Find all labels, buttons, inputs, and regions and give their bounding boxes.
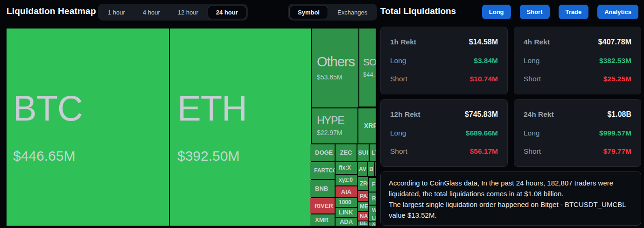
- card-row: 24h Rekt$1.08B: [524, 110, 631, 119]
- card-period-label: 12h Rekt: [390, 110, 420, 119]
- rekt-stats-cards: 1h Rekt$14.58MLong$3.84MShort$10.74M4h R…: [380, 27, 641, 167]
- treemap-cell-symbol: ETH: [177, 90, 311, 127]
- treemap-cell-symbol: flx:X: [339, 165, 357, 171]
- treemap-cell-symbol: ZRO: [360, 181, 368, 186]
- time-tab-24-hour[interactable]: 24 hour: [208, 6, 246, 19]
- treemap-cell-av[interactable]: AV: [358, 162, 367, 176]
- treemap-cell-symbol: BNB: [315, 185, 335, 192]
- treemap-cell-aia[interactable]: AIA: [336, 186, 357, 197]
- treemap-cell-fartcoi[interactable]: FARTCOI: [310, 162, 335, 179]
- treemap-cell-symbol: HYPE: [317, 115, 357, 126]
- card-total-value: $1.08B: [607, 110, 631, 119]
- treemap-cell-link[interactable]: LINK: [336, 208, 357, 217]
- card-short-value: $79.77M: [603, 147, 631, 156]
- card-short-value: $56.17M: [470, 147, 498, 156]
- treemap-cell-value: $22.97M: [317, 129, 357, 136]
- card-total-value: $14.58M: [469, 38, 498, 46]
- treemap-cell-sol[interactable]: SOL$44.: [359, 28, 376, 107]
- action-button-trade[interactable]: Trade: [559, 5, 589, 19]
- treemap-cell-ltc[interactable]: LTC: [370, 144, 376, 161]
- treemap-cell-symbol: LTC: [371, 150, 376, 156]
- summary-line-2: The largest single liquidation order hap…: [389, 200, 633, 221]
- action-button-analytics[interactable]: Analytics: [597, 5, 638, 19]
- mode-tab-exchanges[interactable]: Exchanges: [329, 6, 376, 19]
- card-row: 12h Rekt$745.83M: [390, 110, 498, 119]
- treemap-cell-symbol: Others: [317, 55, 358, 69]
- treemap-cell-pax[interactable]: PAX: [358, 191, 368, 201]
- time-tab-12-hour[interactable]: 12 hour: [169, 6, 207, 19]
- treemap-cell-b[interactable]: B: [368, 162, 374, 176]
- treemap-cell-others[interactable]: Others$53.65M: [312, 28, 358, 107]
- treemap-cell-1000[interactable]: 1000: [336, 198, 357, 207]
- rekt-card-24h-rekt: 24h Rekt$1.08BLong$999.57MShort$79.77M: [514, 99, 641, 167]
- treemap-cell-symbol: FARTCOI: [314, 168, 335, 173]
- card-period-label: 4h Rekt: [524, 38, 550, 46]
- treemap-cell-symbol: LINK: [339, 209, 357, 215]
- treemap-cell-sui[interactable]: SUI: [357, 144, 369, 161]
- card-row: 1h Rekt$14.58M: [390, 38, 498, 46]
- treemap-cell-cell[interactable]: [375, 162, 376, 176]
- treemap-cell-value: $446.65M: [13, 148, 169, 164]
- action-buttons: LongShortTradeAnalytics: [482, 5, 638, 19]
- treemap-cell-r[interactable]: R: [369, 192, 376, 205]
- time-tab-1-hour[interactable]: 1 hour: [99, 6, 133, 19]
- treemap-cell-symbol: XRP: [364, 122, 376, 129]
- card-long-value: $999.57M: [599, 129, 631, 137]
- action-button-short[interactable]: Short: [520, 5, 550, 19]
- treemap-cell-zro[interactable]: ZRO: [358, 177, 368, 190]
- card-short-label: Short: [524, 147, 541, 156]
- treemap-cell-li[interactable]: LI: [369, 215, 376, 221]
- card-period-label: 1h Rekt: [390, 38, 416, 46]
- time-tab-4-hour[interactable]: 4 hour: [134, 6, 168, 19]
- treemap-cell-xmr[interactable]: XMR: [310, 214, 335, 226]
- treemap-cell-symbol: RIVER: [315, 203, 335, 209]
- summary-panel: According to CoinGlass data, In the past…: [380, 171, 641, 226]
- treemap-cell-symbol: LI: [372, 215, 376, 221]
- treemap-cell-symbol: XMR: [315, 217, 335, 223]
- treemap-cell-doge[interactable]: DOGE: [310, 144, 335, 161]
- treemap-cell-symbol: NAO: [360, 214, 368, 219]
- treemap-cell-symbol: PAX: [360, 193, 368, 199]
- card-row: Short$10.74M: [390, 75, 498, 83]
- treemap-cell-value: $392.50M: [177, 148, 311, 164]
- treemap-cell-symbol: xyz:0: [339, 177, 357, 183]
- card-short-label: Short: [390, 147, 407, 156]
- treemap-cell-ber[interactable]: BER: [358, 221, 368, 226]
- treemap-cell-bnb[interactable]: BNB: [310, 180, 335, 197]
- treemap-cell-flx-x[interactable]: flx:X: [336, 162, 357, 174]
- treemap-cell-zec[interactable]: ZEC: [336, 144, 357, 161]
- treemap-cell-ada[interactable]: ADA: [336, 218, 357, 226]
- treemap-cell-btc[interactable]: BTC$446.65M: [7, 28, 169, 226]
- mode-tab-symbol[interactable]: Symbol: [289, 6, 328, 19]
- symbol-exchanges-toggle: SymbolExchanges: [288, 4, 377, 21]
- treemap-cell-symbol: BTC: [13, 90, 169, 127]
- summary-line-1: According to CoinGlass data, In the past…: [389, 178, 633, 200]
- action-button-long[interactable]: Long: [482, 5, 511, 19]
- card-long-value: $3.84M: [474, 57, 498, 65]
- treemap-cell-symbol: B: [369, 166, 373, 172]
- card-row: Long$999.57M: [524, 129, 631, 137]
- card-row: Long$689.66M: [390, 129, 498, 137]
- treemap-cell-symbol: ZEC: [340, 150, 352, 156]
- treemap-cell-mei[interactable]: MEI: [358, 202, 368, 211]
- treemap-cell-xyz-0[interactable]: xyz:0: [336, 175, 357, 185]
- card-row: Short$79.77M: [524, 147, 631, 156]
- rekt-card-1h-rekt: 1h Rekt$14.58MLong$3.84MShort$10.74M: [380, 27, 508, 94]
- treemap-cell-w[interactable]: W: [369, 206, 376, 215]
- treemap-cell-nao[interactable]: NAO: [358, 212, 368, 221]
- card-long-value: $689.66M: [466, 129, 498, 137]
- page-title: Liquidation Heatmap: [7, 6, 96, 16]
- treemap-cell-eth[interactable]: ETH$392.50M: [170, 28, 311, 226]
- card-short-label: Short: [390, 75, 407, 83]
- treemap-cell-value: $53.65M: [317, 73, 358, 81]
- treemap-cell-river[interactable]: RIVER: [310, 198, 335, 214]
- card-short-value: $25.25M: [603, 75, 631, 83]
- card-long-label: Long: [524, 129, 539, 137]
- rekt-card-12h-rekt: 12h Rekt$745.83MLong$689.66MShort$56.17M: [380, 99, 508, 167]
- treemap-cell-f[interactable]: F: [369, 178, 376, 192]
- treemap-cell-xi[interactable]: XI: [369, 222, 376, 226]
- time-range-tabs: 1 hour4 hour12 hour24 hour: [98, 4, 248, 21]
- card-row: Long$382.53M: [524, 57, 631, 65]
- treemap-cell-hype[interactable]: HYPE$22.97M: [312, 108, 357, 143]
- treemap-cell-xrp[interactable]: XRP: [358, 108, 376, 143]
